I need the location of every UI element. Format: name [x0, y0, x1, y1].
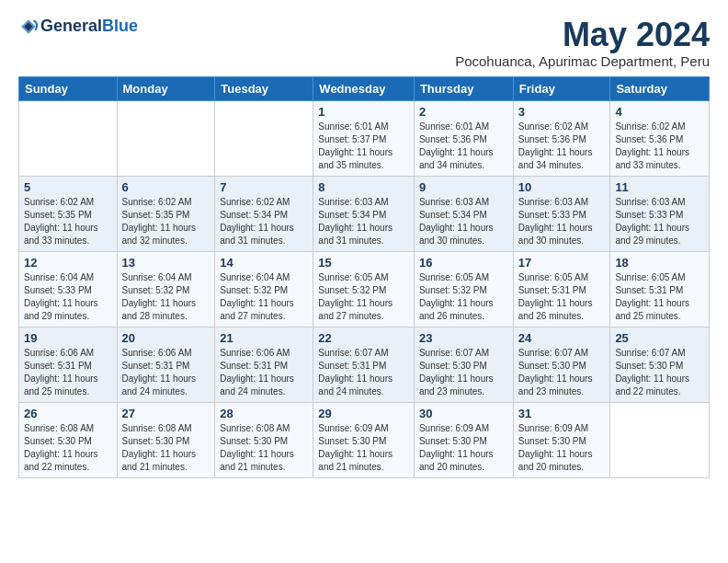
calendar-cell: 1Sunrise: 6:01 AM Sunset: 5:37 PM Daylig… — [313, 100, 415, 176]
calendar-cell: 31Sunrise: 6:09 AM Sunset: 5:30 PM Dayli… — [513, 402, 610, 477]
weekday-header: Friday — [513, 76, 610, 100]
calendar-cell: 10Sunrise: 6:03 AM Sunset: 5:33 PM Dayli… — [513, 176, 610, 251]
day-number: 26 — [24, 407, 112, 420]
calendar-cell: 20Sunrise: 6:06 AM Sunset: 5:31 PM Dayli… — [117, 327, 215, 402]
day-number: 23 — [419, 331, 508, 345]
day-info: Sunrise: 6:08 AM Sunset: 5:30 PM Dayligh… — [122, 422, 210, 474]
calendar-header: SundayMondayTuesdayWednesdayThursdayFrid… — [19, 76, 710, 100]
day-number: 20 — [122, 331, 210, 345]
day-info: Sunrise: 6:05 AM Sunset: 5:31 PM Dayligh… — [518, 271, 606, 323]
day-info: Sunrise: 6:07 AM Sunset: 5:31 PM Dayligh… — [318, 347, 409, 398]
day-info: Sunrise: 6:04 AM Sunset: 5:32 PM Dayligh… — [220, 271, 308, 323]
header: GeneralBlue May 2024 Pocohuanca, Apurima… — [18, 17, 710, 69]
calendar-week: 19Sunrise: 6:06 AM Sunset: 5:31 PM Dayli… — [19, 327, 710, 402]
day-info: Sunrise: 6:02 AM Sunset: 5:36 PM Dayligh… — [615, 121, 704, 172]
calendar-cell: 29Sunrise: 6:09 AM Sunset: 5:30 PM Dayli… — [313, 402, 415, 477]
day-info: Sunrise: 6:05 AM Sunset: 5:32 PM Dayligh… — [318, 271, 409, 323]
calendar-cell: 21Sunrise: 6:06 AM Sunset: 5:31 PM Dayli… — [215, 327, 313, 402]
logo-general: General — [40, 17, 102, 35]
day-number: 21 — [220, 331, 308, 345]
day-info: Sunrise: 6:03 AM Sunset: 5:33 PM Dayligh… — [518, 196, 606, 247]
page: GeneralBlue May 2024 Pocohuanca, Apurima… — [0, 0, 728, 495]
day-info: Sunrise: 6:09 AM Sunset: 5:30 PM Dayligh… — [318, 422, 409, 474]
logo-icon — [18, 17, 39, 37]
day-number: 22 — [318, 331, 409, 345]
calendar-week: 26Sunrise: 6:08 AM Sunset: 5:30 PM Dayli… — [19, 402, 710, 477]
calendar-cell: 28Sunrise: 6:08 AM Sunset: 5:30 PM Dayli… — [215, 402, 313, 477]
calendar-cell: 14Sunrise: 6:04 AM Sunset: 5:32 PM Dayli… — [215, 251, 313, 327]
day-info: Sunrise: 6:05 AM Sunset: 5:32 PM Dayligh… — [419, 271, 508, 323]
subtitle: Pocohuanca, Apurimac Department, Peru — [455, 53, 710, 69]
day-info: Sunrise: 6:05 AM Sunset: 5:31 PM Dayligh… — [615, 271, 704, 323]
day-info: Sunrise: 6:06 AM Sunset: 5:31 PM Dayligh… — [220, 347, 308, 398]
calendar: SundayMondayTuesdayWednesdayThursdayFrid… — [18, 76, 710, 478]
day-number: 27 — [122, 407, 210, 420]
calendar-cell: 15Sunrise: 6:05 AM Sunset: 5:32 PM Dayli… — [313, 251, 415, 327]
calendar-cell: 5Sunrise: 6:02 AM Sunset: 5:35 PM Daylig… — [19, 176, 118, 251]
calendar-cell — [215, 100, 313, 176]
calendar-cell: 16Sunrise: 6:05 AM Sunset: 5:32 PM Dayli… — [414, 251, 513, 327]
day-info: Sunrise: 6:03 AM Sunset: 5:34 PM Dayligh… — [419, 196, 508, 247]
weekday-header: Wednesday — [313, 76, 415, 100]
day-info: Sunrise: 6:07 AM Sunset: 5:30 PM Dayligh… — [419, 347, 508, 398]
calendar-cell: 30Sunrise: 6:09 AM Sunset: 5:30 PM Dayli… — [414, 402, 513, 477]
day-info: Sunrise: 6:06 AM Sunset: 5:31 PM Dayligh… — [24, 347, 112, 398]
day-number: 9 — [419, 180, 508, 194]
calendar-cell: 9Sunrise: 6:03 AM Sunset: 5:34 PM Daylig… — [414, 176, 513, 251]
day-info: Sunrise: 6:01 AM Sunset: 5:36 PM Dayligh… — [419, 121, 508, 172]
day-number: 17 — [518, 256, 606, 270]
day-info: Sunrise: 6:08 AM Sunset: 5:30 PM Dayligh… — [220, 422, 308, 474]
day-number: 31 — [518, 407, 606, 420]
title-block: May 2024 Pocohuanca, Apurimac Department… — [455, 17, 710, 69]
weekday-header: Tuesday — [215, 76, 313, 100]
logo-text: GeneralBlue — [40, 17, 138, 36]
day-info: Sunrise: 6:06 AM Sunset: 5:31 PM Dayligh… — [122, 347, 210, 398]
calendar-cell: 7Sunrise: 6:02 AM Sunset: 5:34 PM Daylig… — [215, 176, 313, 251]
calendar-cell: 3Sunrise: 6:02 AM Sunset: 5:36 PM Daylig… — [513, 100, 610, 176]
day-info: Sunrise: 6:02 AM Sunset: 5:35 PM Dayligh… — [122, 196, 210, 247]
calendar-cell: 22Sunrise: 6:07 AM Sunset: 5:31 PM Dayli… — [313, 327, 415, 402]
day-number: 29 — [318, 407, 409, 420]
weekday-row: SundayMondayTuesdayWednesdayThursdayFrid… — [19, 76, 710, 100]
day-info: Sunrise: 6:07 AM Sunset: 5:30 PM Dayligh… — [615, 347, 704, 398]
weekday-header: Monday — [117, 76, 215, 100]
weekday-header: Thursday — [414, 76, 513, 100]
day-number: 18 — [615, 256, 704, 270]
calendar-cell: 18Sunrise: 6:05 AM Sunset: 5:31 PM Dayli… — [610, 251, 710, 327]
day-number: 14 — [220, 256, 308, 270]
day-info: Sunrise: 6:08 AM Sunset: 5:30 PM Dayligh… — [24, 422, 112, 474]
day-info: Sunrise: 6:07 AM Sunset: 5:30 PM Dayligh… — [518, 347, 606, 398]
day-number: 3 — [518, 105, 606, 119]
calendar-cell — [117, 100, 215, 176]
day-number: 12 — [24, 256, 112, 270]
calendar-cell: 6Sunrise: 6:02 AM Sunset: 5:35 PM Daylig… — [117, 176, 215, 251]
calendar-cell: 4Sunrise: 6:02 AM Sunset: 5:36 PM Daylig… — [610, 100, 710, 176]
day-number: 28 — [220, 407, 308, 420]
day-number: 16 — [419, 256, 508, 270]
day-info: Sunrise: 6:09 AM Sunset: 5:30 PM Dayligh… — [419, 422, 508, 474]
calendar-week: 5Sunrise: 6:02 AM Sunset: 5:35 PM Daylig… — [19, 176, 710, 251]
day-number: 7 — [220, 180, 308, 194]
day-number: 30 — [419, 407, 508, 420]
day-number: 8 — [318, 180, 409, 194]
calendar-cell: 19Sunrise: 6:06 AM Sunset: 5:31 PM Dayli… — [19, 327, 118, 402]
day-number: 15 — [318, 256, 409, 270]
day-info: Sunrise: 6:04 AM Sunset: 5:33 PM Dayligh… — [24, 271, 112, 323]
day-info: Sunrise: 6:03 AM Sunset: 5:34 PM Dayligh… — [318, 196, 409, 247]
calendar-body: 1Sunrise: 6:01 AM Sunset: 5:37 PM Daylig… — [19, 100, 710, 477]
calendar-week: 12Sunrise: 6:04 AM Sunset: 5:33 PM Dayli… — [19, 251, 710, 327]
calendar-cell: 11Sunrise: 6:03 AM Sunset: 5:33 PM Dayli… — [610, 176, 710, 251]
calendar-week: 1Sunrise: 6:01 AM Sunset: 5:37 PM Daylig… — [19, 100, 710, 176]
main-title: May 2024 — [455, 17, 710, 53]
day-number: 11 — [615, 180, 704, 194]
calendar-cell: 26Sunrise: 6:08 AM Sunset: 5:30 PM Dayli… — [19, 402, 118, 477]
day-number: 2 — [419, 105, 508, 119]
day-info: Sunrise: 6:01 AM Sunset: 5:37 PM Dayligh… — [318, 121, 409, 172]
day-number: 5 — [24, 180, 112, 194]
calendar-cell: 23Sunrise: 6:07 AM Sunset: 5:30 PM Dayli… — [414, 327, 513, 402]
calendar-cell — [19, 100, 118, 176]
logo-blue: Blue — [102, 17, 138, 35]
logo: GeneralBlue — [18, 17, 138, 37]
day-number: 4 — [615, 105, 704, 119]
calendar-cell: 8Sunrise: 6:03 AM Sunset: 5:34 PM Daylig… — [313, 176, 415, 251]
